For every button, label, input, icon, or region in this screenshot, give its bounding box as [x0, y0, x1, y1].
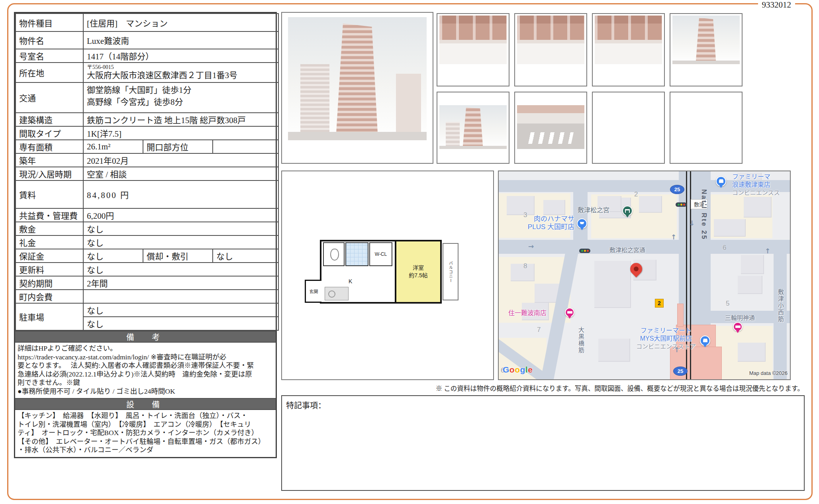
- field-label-layout: 間取タイプ: [16, 126, 83, 140]
- property-photo-thumb-tower-2: [437, 92, 509, 164]
- floorplan-drawing: 玄関 W-CL K 洋室 約7.5帖 バルコニー: [304, 240, 471, 304]
- field-label-rent: 賃料: [16, 180, 83, 208]
- map-building: [714, 219, 746, 237]
- property-photo-thumb-entrance-1: [437, 13, 509, 86]
- field-value-structure: 鉄筋コンクリート造 地上15階 総戸数308戸: [83, 113, 278, 126]
- property-photo-thumb-street: [514, 92, 587, 164]
- field-label-guarantee: 保証金: [16, 249, 83, 263]
- property-photo-thumb-entrance-3: [592, 13, 665, 86]
- block-number: 7: [537, 326, 541, 334]
- field-label-type: 物件種目: [16, 14, 83, 31]
- map-building: [738, 276, 762, 294]
- map-attribution: Map data ©2026: [749, 370, 788, 376]
- equipment-header: 設 備: [15, 398, 276, 410]
- property-table: 物件種目 [住居用] マンション 物件名 Luxe難波南 号室名 1417（14…: [15, 13, 279, 331]
- traffic-light-icon: [676, 202, 687, 207]
- photo-thumbnail-grid: [437, 13, 743, 164]
- field-label-renewal-fee: 更新料: [16, 263, 83, 276]
- property-photo-thumb-entrance-2: [514, 13, 587, 86]
- building-photo: [288, 17, 427, 140]
- field-label-access: 交通: [16, 82, 83, 113]
- field-value-name: Luxe難波南: [83, 31, 278, 49]
- traffic-light-icon: [579, 249, 590, 253]
- floorplan-kitchen-label: K: [349, 278, 352, 284]
- field-value-parking-1: なし: [83, 303, 278, 317]
- poi-label-famima-east: ファミリーマ 浪速敷津東店 コンビニエンスス: [732, 173, 791, 197]
- photo-empty-cell-2: [670, 92, 743, 164]
- field-value-guarantee: なし: [83, 249, 143, 263]
- floorplan-closet: W-CL: [369, 242, 392, 266]
- field-label-status: 現況/入居時期: [16, 167, 83, 180]
- map-building: [598, 339, 630, 362]
- document-number: 9332012: [758, 0, 795, 10]
- bath-unit-icon: [345, 242, 368, 266]
- field-label-town-fee: 町内会費: [16, 290, 83, 303]
- street-label-natl-rte-25: Nat'l Rte 25: [700, 189, 708, 240]
- photo-empty-cell-1: [592, 92, 665, 164]
- field-label-room: 号室名: [16, 49, 83, 63]
- property-detail-panel: 物件種目 [住居用] マンション 物件名 Luxe難波南 号室名 1417（14…: [14, 12, 277, 458]
- block-number: 2: [634, 190, 638, 198]
- property-flyer-page: { "doc_number": "9332012", "table": { "r…: [0, 0, 819, 504]
- hotel-pin: [733, 322, 743, 331]
- special-notes-box: 特記事項：: [281, 395, 805, 491]
- block-number: 8: [523, 262, 527, 270]
- field-value-town-fee: [83, 290, 278, 303]
- shrine-pin: [622, 206, 633, 216]
- map-building: [639, 196, 662, 213]
- supermarket-pin: [577, 218, 587, 229]
- field-label-name: 物件名: [16, 31, 83, 49]
- street-label-miwa-myojin-dori: 三輪明神通: [725, 313, 755, 322]
- address-text: 大阪府大阪市浪速区敷津西２丁目1番3号: [87, 71, 276, 80]
- field-label-deposit: 敷金: [16, 222, 83, 235]
- block-number: 5: [726, 300, 729, 308]
- property-photo-thumb-tower-1: [670, 13, 743, 86]
- poi-label-famima-mys: ファミリーマート MYS大国町駅前店 コンビニエンスストア: [630, 327, 702, 351]
- field-value-opening-direction: [213, 140, 278, 153]
- map-building: [738, 343, 766, 362]
- street-label-daikoku-bashi-suji: 大黒橋筋: [577, 327, 585, 354]
- field-value-common-fee: 6,200円: [83, 208, 278, 222]
- floorplan-panel: 玄関 W-CL K 洋室 約7.5帖 バルコニー: [281, 171, 494, 380]
- map-disclaimer-note: ※ この資料は物件の概略紹介資料になります。写真、間取図面、設備、概要などが現況…: [279, 383, 804, 393]
- field-label-amortization: 償却・敷引: [143, 249, 213, 263]
- convenience-store-pin: [716, 176, 726, 186]
- street-label-shikitsu-matsunomiya-dori: 敷津松之宮通: [609, 245, 645, 254]
- hotel-pin: [565, 308, 574, 317]
- floorplan-main-room: 洋室 約7.5帖: [395, 241, 440, 302]
- field-value-access: 御堂筋線「大国町」徒歩1分 高野線「今宮戎」徒歩8分: [83, 82, 278, 113]
- field-value-status: 空室 / 相談: [83, 167, 278, 180]
- oneway-arrow-icon: →: [528, 242, 534, 250]
- route-25-shield: 25: [670, 185, 684, 194]
- special-notes-label: 特記事項：: [282, 396, 804, 411]
- field-label-address: 所在地: [16, 63, 83, 82]
- toilet-icon: [323, 242, 345, 266]
- remarks-text: 詳細はHPよりご確認ください。 https://trader-vacancy.a…: [15, 343, 276, 398]
- field-value-renewal-fee: なし: [83, 263, 278, 276]
- map-building: [507, 196, 535, 215]
- poi-label-sumiichi: 住一難波南店: [508, 309, 547, 317]
- map-building: [744, 197, 772, 218]
- field-value-parking-2: なし: [83, 317, 278, 330]
- street-label-shikitsu-konishi-suji: 敷津小西筋: [776, 289, 785, 323]
- field-label-contract-period: 契約期間: [16, 276, 83, 290]
- oneway-arrow-icon: ↑: [674, 346, 680, 354]
- kitchen-counter-icon: [325, 287, 349, 300]
- station-exit-corridor: [677, 304, 684, 327]
- field-value-amortization: なし: [213, 249, 278, 263]
- remarks-header: 備 考: [15, 331, 276, 343]
- map-road: [573, 180, 588, 254]
- poi-label-shrine: 敷津松之宮: [578, 206, 609, 214]
- route-25-shield: 25: [673, 367, 688, 376]
- oneway-arrow-icon: ↓: [689, 219, 695, 227]
- field-label-built-year: 築年: [16, 153, 83, 167]
- station-exit-2-marker: 2: [655, 299, 664, 308]
- field-value-deposit: なし: [83, 222, 278, 235]
- field-label-parking: 駐車場: [16, 303, 83, 330]
- location-map: 2 25 25 敷津 敷津松之宮通 三輪明神通 大黒橋筋 敷津小西筋 Nat'l…: [498, 171, 791, 380]
- oneway-arrow-icon: ↑: [765, 247, 770, 255]
- field-value-area: 26.1m²: [83, 140, 143, 153]
- block-number: 6: [723, 244, 726, 252]
- field-value-built-year: 2021年02月: [83, 153, 278, 167]
- field-value-rent: 84,800 円: [83, 180, 278, 208]
